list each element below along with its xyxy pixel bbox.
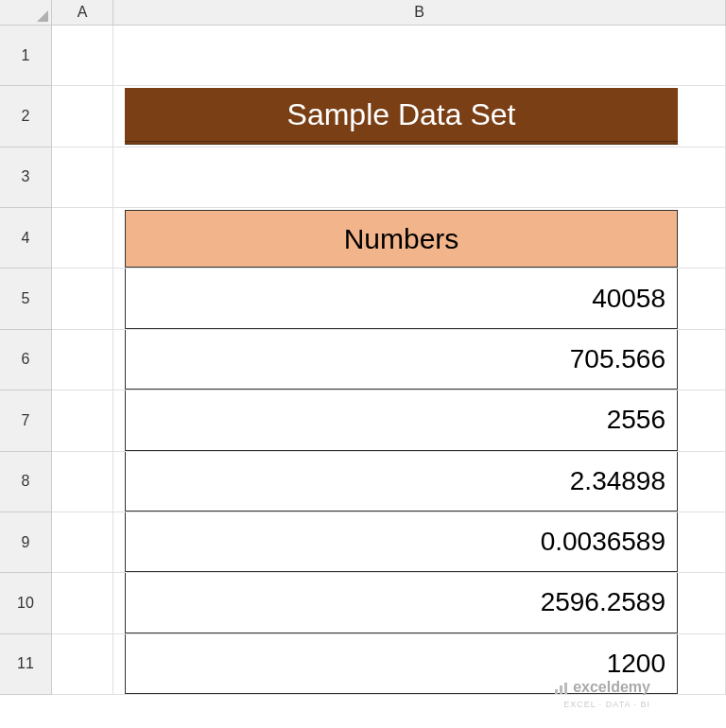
cell-a11[interactable]	[52, 634, 113, 695]
cell-a2[interactable]	[52, 86, 113, 147]
cell-b10[interactable]: 2596.2589	[113, 573, 726, 633]
row-header-1[interactable]: 1	[0, 26, 52, 86]
svg-rect-1	[560, 685, 562, 694]
watermark-brand: exceldemy	[573, 679, 650, 695]
cell-b1[interactable]	[113, 26, 726, 86]
cell-b3[interactable]	[113, 147, 726, 208]
spreadsheet-grid: A B 1 2 Sample Data Set 3 4 Numbers 5 40…	[0, 0, 726, 695]
row-header-9[interactable]: 9	[0, 512, 52, 573]
cell-b7[interactable]: 2556	[113, 390, 726, 451]
cell-a6[interactable]	[52, 330, 113, 390]
cell-b2[interactable]: Sample Data Set	[113, 86, 726, 147]
cell-a9[interactable]	[52, 512, 113, 573]
cell-b4[interactable]: Numbers	[113, 208, 726, 269]
cell-b6[interactable]: 705.566	[113, 330, 726, 390]
title-box: Sample Data Set	[125, 88, 678, 144]
row-header-11[interactable]: 11	[0, 634, 52, 695]
data-cell-2: 705.566	[125, 330, 678, 390]
cell-a4[interactable]	[52, 208, 113, 269]
row-header-8[interactable]: 8	[0, 452, 52, 512]
watermark: exceldemy EXCEL · DATA · BI	[554, 679, 650, 709]
cell-b5[interactable]: 40058	[113, 269, 726, 329]
cell-b8[interactable]: 2.34898	[113, 452, 726, 512]
data-cell-3: 2556	[125, 390, 678, 450]
cell-a5[interactable]	[52, 269, 113, 329]
cell-a3[interactable]	[52, 147, 113, 208]
col-header-b[interactable]: B	[113, 0, 726, 26]
data-cell-1: 40058	[125, 269, 678, 328]
cell-a8[interactable]	[52, 452, 113, 512]
row-header-5[interactable]: 5	[0, 269, 52, 329]
svg-rect-2	[564, 683, 567, 694]
chart-icon	[554, 681, 569, 698]
data-cell-6: 2596.2589	[125, 573, 678, 633]
col-header-a[interactable]: A	[52, 0, 113, 26]
cell-a1[interactable]	[52, 26, 113, 86]
cell-a7[interactable]	[52, 390, 113, 451]
row-header-3[interactable]: 3	[0, 147, 52, 208]
svg-rect-0	[555, 689, 558, 694]
row-header-2[interactable]: 2	[0, 86, 52, 147]
row-header-10[interactable]: 10	[0, 573, 52, 633]
watermark-tag: EXCEL · DATA · BI	[563, 700, 650, 709]
row-header-6[interactable]: 6	[0, 330, 52, 390]
table-header: Numbers	[125, 210, 678, 268]
cell-b9[interactable]: 0.0036589	[113, 512, 726, 573]
data-cell-4: 2.34898	[125, 452, 678, 511]
row-header-4[interactable]: 4	[0, 208, 52, 269]
row-header-7[interactable]: 7	[0, 390, 52, 451]
data-cell-5: 0.0036589	[125, 512, 678, 572]
select-all-corner[interactable]	[0, 0, 52, 26]
cell-a10[interactable]	[52, 573, 113, 633]
